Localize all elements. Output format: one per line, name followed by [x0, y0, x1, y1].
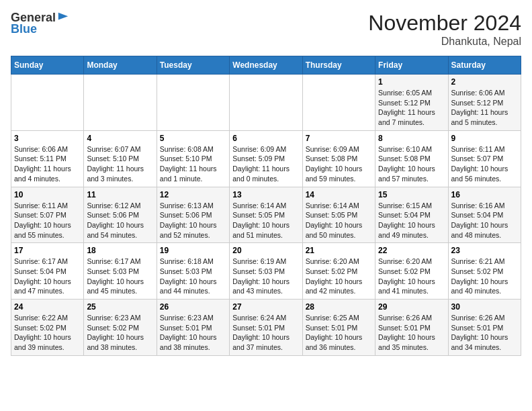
calendar-cell: 27Sunrise: 6:24 AMSunset: 5:01 PMDayligh…: [230, 300, 302, 356]
day-number: 28: [306, 302, 372, 312]
calendar-cell: 25Sunrise: 6:23 AMSunset: 5:02 PMDayligh…: [84, 300, 157, 356]
calendar-table: SundayMondayTuesdayWednesdayThursdayFrid…: [11, 56, 521, 356]
calendar-cell: 9Sunrise: 6:11 AMSunset: 5:07 PMDaylight…: [448, 130, 521, 187]
day-number: 1: [378, 77, 445, 87]
day-info: Sunrise: 6:18 AMSunset: 5:03 PMDaylight:…: [160, 257, 226, 296]
calendar-week-row: 1Sunrise: 6:05 AMSunset: 5:12 PMDaylight…: [11, 75, 521, 131]
calendar-week-row: 3Sunrise: 6:06 AMSunset: 5:11 PMDaylight…: [11, 130, 521, 187]
svg-marker-0: [58, 12, 68, 19]
day-number: 11: [87, 190, 153, 199]
day-number: 15: [378, 190, 445, 199]
day-number: 21: [306, 246, 372, 255]
day-number: 14: [306, 190, 372, 199]
day-number: 12: [160, 190, 226, 199]
calendar-cell: [157, 75, 229, 131]
calendar-cell: [302, 75, 375, 131]
day-info: Sunrise: 6:14 AMSunset: 5:05 PMDaylight:…: [306, 201, 372, 240]
day-number: 25: [87, 302, 153, 312]
day-info: Sunrise: 6:21 AMSunset: 5:02 PMDaylight:…: [451, 257, 518, 296]
calendar-week-row: 17Sunrise: 6:17 AMSunset: 5:04 PMDayligh…: [11, 243, 521, 300]
day-info: Sunrise: 6:26 AMSunset: 5:01 PMDaylight:…: [451, 313, 518, 353]
day-info: Sunrise: 6:06 AMSunset: 5:12 PMDaylight:…: [451, 88, 518, 128]
day-info: Sunrise: 6:05 AMSunset: 5:12 PMDaylight:…: [378, 88, 445, 128]
calendar-cell: [11, 75, 84, 131]
day-number: 17: [14, 246, 81, 255]
day-info: Sunrise: 6:07 AMSunset: 5:10 PMDaylight:…: [87, 144, 153, 184]
day-number: 4: [87, 134, 153, 143]
calendar-cell: 12Sunrise: 6:13 AMSunset: 5:06 PMDayligh…: [157, 187, 229, 243]
calendar-cell: 24Sunrise: 6:22 AMSunset: 5:02 PMDayligh…: [11, 300, 84, 356]
calendar-cell: 28Sunrise: 6:25 AMSunset: 5:01 PMDayligh…: [302, 300, 375, 356]
page-title: November 2024: [368, 11, 521, 36]
day-info: Sunrise: 6:23 AMSunset: 5:01 PMDaylight:…: [160, 313, 226, 353]
calendar-cell: 19Sunrise: 6:18 AMSunset: 5:03 PMDayligh…: [157, 243, 229, 300]
calendar-cell: 21Sunrise: 6:20 AMSunset: 5:02 PMDayligh…: [302, 243, 375, 300]
day-number: 27: [232, 302, 299, 312]
calendar-cell: 18Sunrise: 6:17 AMSunset: 5:03 PMDayligh…: [84, 243, 157, 300]
day-number: 8: [378, 134, 445, 143]
calendar-cell: 26Sunrise: 6:23 AMSunset: 5:01 PMDayligh…: [157, 300, 229, 356]
day-info: Sunrise: 6:19 AMSunset: 5:03 PMDaylight:…: [232, 257, 299, 296]
logo: General Blue: [11, 11, 69, 36]
calendar-cell: 20Sunrise: 6:19 AMSunset: 5:03 PMDayligh…: [230, 243, 302, 300]
day-info: Sunrise: 6:23 AMSunset: 5:02 PMDaylight:…: [87, 313, 153, 353]
page-subtitle: Dhankuta, Nepal: [368, 36, 521, 48]
calendar-cell: 23Sunrise: 6:21 AMSunset: 5:02 PMDayligh…: [448, 243, 521, 300]
calendar-cell: 8Sunrise: 6:10 AMSunset: 5:08 PMDaylight…: [375, 130, 448, 187]
day-number: 6: [232, 134, 299, 143]
day-number: 3: [14, 134, 81, 143]
calendar-cell: 6Sunrise: 6:09 AMSunset: 5:09 PMDaylight…: [230, 130, 302, 187]
calendar-cell: 17Sunrise: 6:17 AMSunset: 5:04 PMDayligh…: [11, 243, 84, 300]
day-info: Sunrise: 6:13 AMSunset: 5:06 PMDaylight:…: [160, 201, 226, 240]
day-info: Sunrise: 6:20 AMSunset: 5:02 PMDaylight:…: [378, 257, 445, 296]
calendar-cell: 2Sunrise: 6:06 AMSunset: 5:12 PMDaylight…: [448, 75, 521, 131]
day-number: 30: [451, 302, 518, 312]
day-info: Sunrise: 6:24 AMSunset: 5:01 PMDaylight:…: [232, 313, 299, 353]
day-number: 16: [451, 190, 518, 199]
calendar-week-row: 10Sunrise: 6:11 AMSunset: 5:07 PMDayligh…: [11, 187, 521, 243]
day-info: Sunrise: 6:10 AMSunset: 5:08 PMDaylight:…: [378, 144, 445, 184]
day-number: 26: [160, 302, 226, 312]
calendar-cell: 1Sunrise: 6:05 AMSunset: 5:12 PMDaylight…: [375, 75, 448, 131]
day-info: Sunrise: 6:12 AMSunset: 5:06 PMDaylight:…: [87, 201, 153, 240]
col-header-saturday: Saturday: [448, 56, 521, 75]
day-info: Sunrise: 6:08 AMSunset: 5:10 PMDaylight:…: [160, 144, 226, 184]
day-number: 19: [160, 246, 226, 255]
calendar-cell: 5Sunrise: 6:08 AMSunset: 5:10 PMDaylight…: [157, 130, 229, 187]
day-info: Sunrise: 6:17 AMSunset: 5:03 PMDaylight:…: [87, 257, 153, 296]
day-info: Sunrise: 6:06 AMSunset: 5:11 PMDaylight:…: [14, 144, 81, 184]
day-number: 9: [451, 134, 518, 143]
calendar-cell: 22Sunrise: 6:20 AMSunset: 5:02 PMDayligh…: [375, 243, 448, 300]
calendar-cell: 30Sunrise: 6:26 AMSunset: 5:01 PMDayligh…: [448, 300, 521, 356]
col-header-wednesday: Wednesday: [230, 56, 302, 75]
logo-flag-icon: [57, 11, 69, 24]
day-number: 10: [14, 190, 81, 199]
calendar-cell: 16Sunrise: 6:16 AMSunset: 5:04 PMDayligh…: [448, 187, 521, 243]
col-header-sunday: Sunday: [11, 56, 84, 75]
day-info: Sunrise: 6:20 AMSunset: 5:02 PMDaylight:…: [306, 257, 372, 296]
day-number: 2: [451, 77, 518, 87]
calendar-cell: [230, 75, 302, 131]
day-number: 18: [87, 246, 153, 255]
day-info: Sunrise: 6:11 AMSunset: 5:07 PMDaylight:…: [451, 144, 518, 184]
day-info: Sunrise: 6:09 AMSunset: 5:08 PMDaylight:…: [306, 144, 372, 184]
day-info: Sunrise: 6:22 AMSunset: 5:02 PMDaylight:…: [14, 313, 81, 353]
calendar-cell: 29Sunrise: 6:26 AMSunset: 5:01 PMDayligh…: [375, 300, 448, 356]
calendar-cell: 11Sunrise: 6:12 AMSunset: 5:06 PMDayligh…: [84, 187, 157, 243]
col-header-thursday: Thursday: [302, 56, 375, 75]
calendar-cell: 13Sunrise: 6:14 AMSunset: 5:05 PMDayligh…: [230, 187, 302, 243]
day-number: 29: [378, 302, 445, 312]
col-header-tuesday: Tuesday: [157, 56, 229, 75]
day-number: 5: [160, 134, 226, 143]
day-info: Sunrise: 6:11 AMSunset: 5:07 PMDaylight:…: [14, 201, 81, 240]
col-header-friday: Friday: [375, 56, 448, 75]
day-info: Sunrise: 6:15 AMSunset: 5:04 PMDaylight:…: [378, 201, 445, 240]
calendar-cell: 10Sunrise: 6:11 AMSunset: 5:07 PMDayligh…: [11, 187, 84, 243]
day-number: 20: [232, 246, 299, 255]
page-header: General Blue November 2024 Dhankuta, Nep…: [11, 11, 521, 48]
day-number: 22: [378, 246, 445, 255]
day-info: Sunrise: 6:17 AMSunset: 5:04 PMDaylight:…: [14, 257, 81, 296]
calendar-cell: 3Sunrise: 6:06 AMSunset: 5:11 PMDaylight…: [11, 130, 84, 187]
calendar-cell: 15Sunrise: 6:15 AMSunset: 5:04 PMDayligh…: [375, 187, 448, 243]
day-info: Sunrise: 6:26 AMSunset: 5:01 PMDaylight:…: [378, 313, 445, 353]
